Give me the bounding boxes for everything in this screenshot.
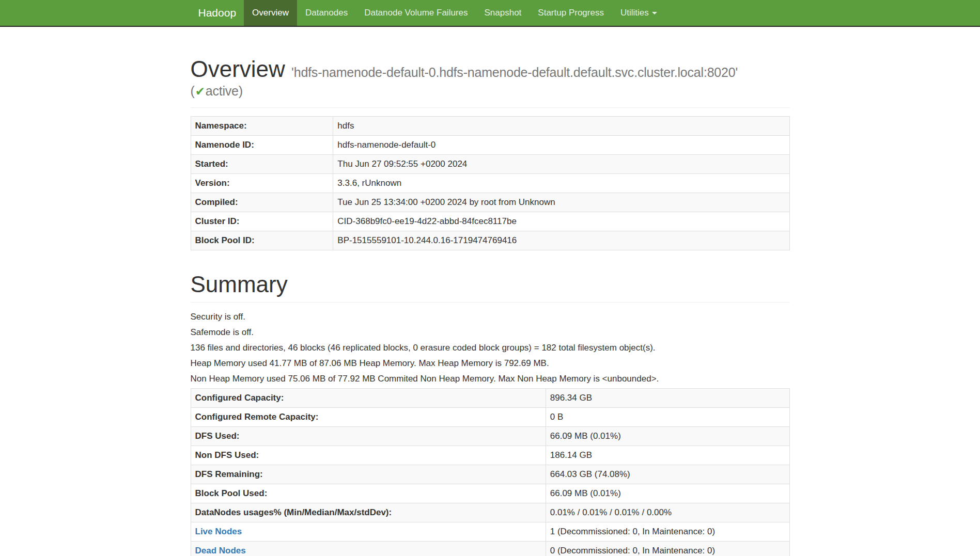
navbar: Hadoop Overview Datanodes Datanode Volum… bbox=[0, 0, 980, 27]
row-label: Cluster ID: bbox=[191, 212, 333, 231]
tab-startup-progress[interactable]: Startup Progress bbox=[530, 0, 612, 26]
row-label: Configured Remote Capacity: bbox=[191, 408, 546, 427]
row-value: hdfs bbox=[333, 116, 789, 135]
summary-heading: Summary bbox=[191, 272, 790, 297]
row-value: 1 (Decommissioned: 0, In Maintenance: 0) bbox=[546, 522, 789, 542]
tab-datanodes-label: Datanodes bbox=[305, 8, 348, 18]
row-label: Started: bbox=[191, 154, 333, 173]
table-row: Configured Capacity: 896.34 GB bbox=[191, 389, 789, 408]
summary-section: Summary Security is off. Safemode is off… bbox=[191, 272, 790, 385]
live-nodes-link[interactable]: Live Nodes bbox=[195, 527, 242, 536]
table-row: Block Pool Used: 66.09 MB (0.01%) bbox=[191, 484, 789, 503]
row-value: 186.14 GB bbox=[546, 446, 789, 465]
summary-line-security: Security is off. bbox=[191, 311, 790, 323]
tab-snapshot[interactable]: Snapshot bbox=[476, 0, 530, 26]
page-title-text: Overview bbox=[191, 56, 285, 82]
tab-startup-progress-label: Startup Progress bbox=[538, 8, 604, 18]
table-row: Dead Nodes 0 (Decommissioned: 0, In Main… bbox=[191, 542, 789, 556]
row-label: Non DFS Used: bbox=[191, 446, 546, 465]
namenode-status: (✔active) bbox=[191, 82, 790, 101]
table-row: DFS Remaining: 664.03 GB (74.08%) bbox=[191, 465, 789, 484]
table-row: Cluster ID: CID-368b9fc0-ee19-4d22-abbd-… bbox=[191, 212, 789, 231]
tab-datanode-volume-failures[interactable]: Datanode Volume Failures bbox=[356, 0, 476, 26]
table-row: Live Nodes 1 (Decommissioned: 0, In Main… bbox=[191, 522, 789, 542]
divider bbox=[191, 107, 790, 108]
tab-snapshot-label: Snapshot bbox=[485, 8, 522, 18]
caret-down-icon bbox=[652, 12, 657, 14]
table-row: Namenode ID: hdfs-namenode-default-0 bbox=[191, 135, 789, 154]
row-value: 0 B bbox=[546, 408, 789, 427]
row-label: Block Pool ID: bbox=[191, 231, 333, 250]
row-value: 66.09 MB (0.01%) bbox=[546, 427, 789, 446]
row-value: Thu Jun 27 09:52:55 +0200 2024 bbox=[333, 154, 789, 173]
summary-line-heap: Heap Memory used 41.77 MB of 87.06 MB He… bbox=[191, 357, 790, 370]
row-value: CID-368b9fc0-ee19-4d22-abbd-84fcec8117be bbox=[333, 212, 789, 231]
row-value: hdfs-namenode-default-0 bbox=[333, 135, 789, 154]
row-label: Live Nodes bbox=[191, 522, 546, 542]
table-row: Compiled: Tue Jun 25 13:34:00 +0200 2024… bbox=[191, 193, 789, 212]
page-title: Overview 'hdfs-namenode-default-0.hdfs-n… bbox=[191, 57, 790, 101]
row-label: Dead Nodes bbox=[191, 542, 546, 556]
menu-utilities-label: Utilities bbox=[620, 8, 649, 18]
summary-line-safemode: Safemode is off. bbox=[191, 326, 790, 339]
row-label: Namenode ID: bbox=[191, 135, 333, 154]
tab-overview-label: Overview bbox=[252, 8, 289, 18]
overview-table: Namespace: hdfs Namenode ID: hdfs-nameno… bbox=[191, 116, 790, 250]
table-row: DataNodes usages% (Min/Median/Max/stdDev… bbox=[191, 503, 789, 522]
status-open-paren: ( bbox=[191, 84, 195, 98]
status-close-paren: ) bbox=[239, 84, 243, 98]
divider bbox=[191, 302, 790, 303]
row-label: DFS Used: bbox=[191, 427, 546, 446]
row-label: Version: bbox=[191, 173, 333, 193]
table-row: Namespace: hdfs bbox=[191, 116, 789, 135]
navbar-menu: Overview Datanodes Datanode Volume Failu… bbox=[244, 0, 665, 26]
namenode-address: 'hdfs-namenode-default-0.hdfs-namenode-d… bbox=[291, 65, 738, 80]
tab-datanode-volume-failures-label: Datanode Volume Failures bbox=[364, 8, 468, 18]
active-check-icon: ✔ bbox=[195, 85, 206, 98]
row-value: 664.03 GB (74.08%) bbox=[546, 465, 789, 484]
row-label: Namespace: bbox=[191, 116, 333, 135]
table-row: Configured Remote Capacity: 0 B bbox=[191, 408, 789, 427]
table-row: Started: Thu Jun 27 09:52:55 +0200 2024 bbox=[191, 154, 789, 173]
brand-link[interactable]: Hadoop bbox=[191, 0, 244, 26]
tab-overview[interactable]: Overview bbox=[244, 0, 297, 26]
row-value: 0 (Decommissioned: 0, In Maintenance: 0) bbox=[546, 542, 789, 556]
main-content: Overview 'hdfs-namenode-default-0.hdfs-n… bbox=[183, 27, 798, 556]
table-row: DFS Used: 66.09 MB (0.01%) bbox=[191, 427, 789, 446]
menu-utilities[interactable]: Utilities bbox=[612, 0, 665, 26]
dead-nodes-link[interactable]: Dead Nodes bbox=[195, 546, 246, 555]
table-row: Non DFS Used: 186.14 GB bbox=[191, 446, 789, 465]
row-label: Block Pool Used: bbox=[191, 484, 546, 503]
status-label: active bbox=[206, 84, 239, 98]
row-value: 3.3.6, rUnknown bbox=[333, 173, 789, 193]
summary-line-nonheap: Non Heap Memory used 75.06 MB of 77.92 M… bbox=[191, 373, 790, 385]
summary-table: Configured Capacity: 896.34 GB Configure… bbox=[191, 388, 790, 556]
table-row: Block Pool ID: BP-1515559101-10.244.0.16… bbox=[191, 231, 789, 250]
row-label: DataNodes usages% (Min/Median/Max/stdDev… bbox=[191, 503, 546, 522]
row-label: Configured Capacity: bbox=[191, 389, 546, 408]
row-value: 66.09 MB (0.01%) bbox=[546, 484, 789, 503]
summary-table-section: Configured Capacity: 896.34 GB Configure… bbox=[191, 388, 790, 556]
row-label: Compiled: bbox=[191, 193, 333, 212]
tab-datanodes[interactable]: Datanodes bbox=[297, 0, 356, 26]
row-value: BP-1515559101-10.244.0.16-1719474769416 bbox=[333, 231, 789, 250]
table-row: Version: 3.3.6, rUnknown bbox=[191, 173, 789, 193]
summary-line-files: 136 files and directories, 46 blocks (46… bbox=[191, 342, 790, 354]
row-label: DFS Remaining: bbox=[191, 465, 546, 484]
row-value: 0.01% / 0.01% / 0.01% / 0.00% bbox=[546, 503, 789, 522]
row-value: 896.34 GB bbox=[546, 389, 789, 408]
row-value: Tue Jun 25 13:34:00 +0200 2024 by root f… bbox=[333, 193, 789, 212]
